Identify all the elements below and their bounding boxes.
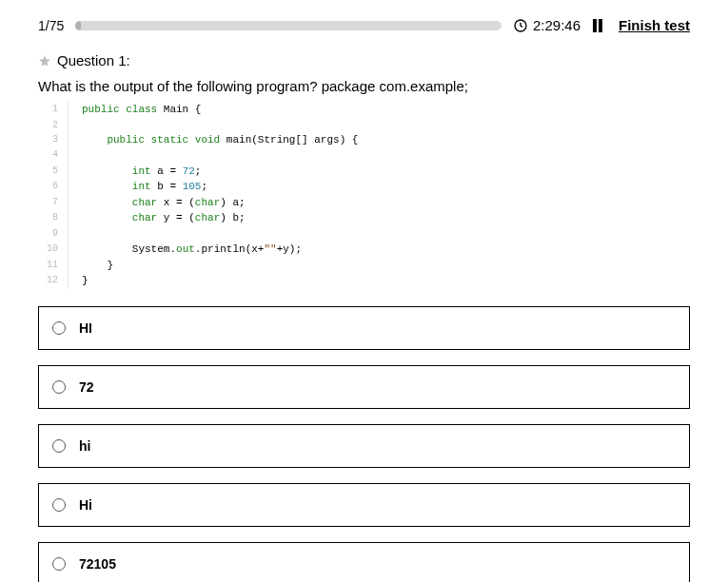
- code-content: public class Main {: [69, 102, 201, 118]
- question-prompt: What is the output of the following prog…: [38, 76, 690, 96]
- code-line: 1public class Main {: [38, 102, 690, 118]
- code-content: int a = 72;: [69, 164, 201, 180]
- star-icon[interactable]: [38, 54, 51, 68]
- option-label: Hi: [79, 497, 92, 513]
- option-label: 72105: [79, 556, 116, 572]
- finish-test-link[interactable]: Finish test: [619, 17, 690, 33]
- timer: 2:29:46: [513, 17, 580, 33]
- progress-bar: [75, 21, 502, 30]
- code-block: 1public class Main {23 public static voi…: [38, 102, 690, 289]
- code-line: 3 public static void main(String[] args)…: [38, 132, 690, 148]
- code-line: 4: [38, 147, 690, 164]
- line-number: 12: [38, 273, 69, 289]
- clock-icon: [513, 18, 528, 33]
- line-number: 2: [38, 118, 69, 132]
- answer-option-2[interactable]: hi: [38, 424, 690, 468]
- pause-icon[interactable]: [592, 19, 603, 32]
- progress-counter: 1/75: [38, 18, 64, 33]
- answer-options: HI72hiHi72105hI: [38, 306, 690, 583]
- code-content: [69, 226, 132, 242]
- answer-option-3[interactable]: Hi: [38, 483, 690, 527]
- answer-option-0[interactable]: HI: [38, 306, 690, 350]
- line-number: 7: [38, 195, 69, 211]
- line-number: 9: [38, 226, 69, 242]
- code-line: 6 int b = 105;: [38, 179, 690, 195]
- line-number: 11: [38, 258, 69, 274]
- line-number: 10: [38, 242, 69, 258]
- question-number: Question 1:: [57, 52, 130, 68]
- code-line: 10 System.out.println(x+""+y);: [38, 242, 690, 258]
- code-content: public static void main(String[] args) {: [69, 132, 358, 148]
- radio-icon: [52, 557, 66, 571]
- code-line: 9: [38, 226, 690, 242]
- top-bar: 1/75 2:29:46 Finish test: [38, 17, 690, 33]
- line-number: 8: [38, 210, 69, 226]
- code-line: 2: [38, 118, 690, 132]
- option-label: hi: [79, 438, 90, 454]
- answer-option-4[interactable]: 72105: [38, 542, 690, 583]
- line-number: 3: [38, 132, 69, 148]
- radio-icon: [52, 380, 66, 394]
- code-line: 12}: [38, 273, 690, 289]
- line-number: 5: [38, 164, 69, 180]
- code-content: [69, 118, 82, 132]
- code-line: 8 char y = (char) b;: [38, 210, 690, 226]
- code-content: [69, 147, 107, 164]
- code-content: }: [69, 273, 89, 289]
- radio-icon: [52, 321, 66, 335]
- svg-rect-2: [599, 19, 602, 32]
- code-content: }: [69, 258, 113, 274]
- code-line: 5 int a = 72;: [38, 164, 690, 180]
- line-number: 6: [38, 179, 69, 195]
- code-content: char y = (char) b;: [69, 210, 246, 226]
- line-number: 1: [38, 102, 69, 118]
- code-line: 7 char x = (char) a;: [38, 195, 690, 211]
- code-line: 11 }: [38, 258, 690, 274]
- progress-fill: [75, 21, 81, 30]
- answer-option-1[interactable]: 72: [38, 365, 690, 409]
- code-content: System.out.println(x+""+y);: [69, 242, 302, 258]
- code-content: char x = (char) a;: [69, 195, 246, 211]
- svg-rect-1: [593, 19, 597, 32]
- timer-value: 2:29:46: [533, 17, 580, 33]
- radio-icon: [52, 439, 66, 453]
- question-header: Question 1:: [38, 52, 690, 68]
- option-label: HI: [79, 320, 92, 336]
- radio-icon: [52, 498, 66, 512]
- line-number: 4: [38, 147, 69, 164]
- code-content: int b = 105;: [69, 179, 207, 195]
- option-label: 72: [79, 379, 94, 395]
